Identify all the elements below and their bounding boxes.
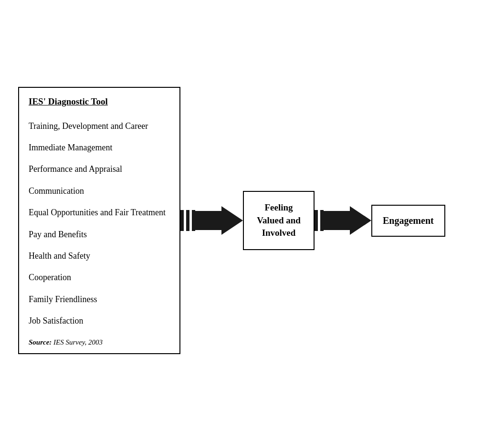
list-item: Performance and Appraisal xyxy=(29,158,170,180)
left-box: IES' Diagnostic Tool Training, Developme… xyxy=(18,87,180,355)
tick-group-left xyxy=(180,210,195,231)
list-item: Equal Opportunities and Fair Treatment xyxy=(29,202,170,223)
left-arrow-section xyxy=(180,206,243,235)
tick-group-right xyxy=(315,210,324,231)
right-arrow-section xyxy=(315,206,371,235)
left-big-arrow xyxy=(195,206,243,235)
tick-2 xyxy=(186,210,189,231)
center-box-label: Feeling Valued and Involved xyxy=(257,202,301,238)
right-big-arrow xyxy=(324,206,371,235)
list-item: Family Friendliness xyxy=(29,289,170,310)
arrow-head-right xyxy=(350,206,371,235)
arrow-shaft-right xyxy=(324,211,350,230)
tick-5 xyxy=(320,210,324,231)
arrow-head-left xyxy=(221,206,243,235)
source-text: Source: IES Survey, 2003 xyxy=(29,338,170,346)
list-item: Training, Development and Career xyxy=(29,116,170,137)
list-item: Cooperation xyxy=(29,267,170,288)
engagement-label: Engagement xyxy=(383,215,434,226)
list-item: Immediate Management xyxy=(29,137,170,158)
list-item: Health and Safety xyxy=(29,245,170,267)
list-item: Communication xyxy=(29,180,170,202)
tick-3 xyxy=(192,210,195,231)
tick-1 xyxy=(180,210,184,231)
arrow-shaft-left xyxy=(195,211,221,230)
source-value: IES Survey, 2003 xyxy=(52,338,103,346)
source-label: Source: xyxy=(29,338,52,346)
left-box-items: Training, Development and CareerImmediat… xyxy=(29,116,170,332)
engagement-box: Engagement xyxy=(371,205,445,237)
center-box: Feeling Valued and Involved xyxy=(243,191,315,250)
diagram-container: IES' Diagnostic Tool Training, Developme… xyxy=(18,87,486,355)
tick-4 xyxy=(315,210,318,231)
list-item: Job Satisfaction xyxy=(29,310,170,332)
left-box-title: IES' Diagnostic Tool xyxy=(29,96,170,107)
list-item: Pay and Benefits xyxy=(29,224,170,245)
